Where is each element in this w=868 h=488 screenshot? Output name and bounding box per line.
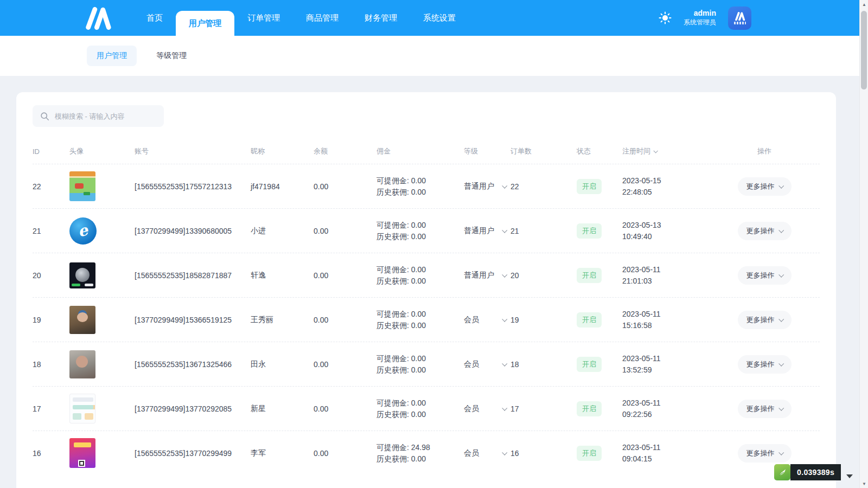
subnav-item[interactable]: 用户管理 xyxy=(87,46,137,66)
table-row: 21 e [13770299499]13390680005 小进 0.00 可提… xyxy=(33,208,820,253)
register-clock: 09:04:15 xyxy=(622,454,652,463)
status-badge: 开启 xyxy=(577,268,602,283)
order-count: 16 xyxy=(510,449,577,458)
debug-trace-badge[interactable]: 0.039389s xyxy=(774,464,853,480)
user-avatar[interactable] xyxy=(728,7,751,30)
commission-available-label: 可提佣金: xyxy=(376,354,409,363)
chevron-down-icon xyxy=(502,406,507,411)
user-nickname: jf471984 xyxy=(251,182,314,191)
col-header-id: ID xyxy=(33,147,69,156)
register-time: 2023-05-15 22:48:05 xyxy=(622,175,709,198)
level-select[interactable]: 会员 xyxy=(464,315,506,325)
register-clock: 13:52:59 xyxy=(622,365,652,374)
user-avatar-image xyxy=(69,350,95,378)
app-logo[interactable] xyxy=(81,5,115,31)
register-date: 2023-05-13 xyxy=(622,221,661,229)
commission-history-label: 历史获佣: xyxy=(376,277,409,285)
user-avatar-image xyxy=(69,262,95,288)
register-time: 2023-05-11 15:16:58 xyxy=(622,309,709,331)
level-select[interactable]: 普通用户 xyxy=(464,182,506,191)
user-balance: 0.00 xyxy=(314,182,376,191)
chevron-down-icon xyxy=(778,183,784,189)
user-commission: 可提佣金: 0.00 历史获佣: 0.00 xyxy=(376,264,431,287)
more-actions-button[interactable]: 更多操作 xyxy=(738,444,792,463)
level-select[interactable]: 普通用户 xyxy=(464,226,506,236)
search-icon xyxy=(40,112,49,121)
order-count: 17 xyxy=(510,404,577,413)
level-select[interactable]: 会员 xyxy=(464,404,506,414)
order-count: 18 xyxy=(510,360,577,369)
main-nav: 首页用户管理订单管理商品管理财务管理系统设置 xyxy=(133,0,469,36)
nav-item[interactable]: 商品管理 xyxy=(293,0,352,36)
theme-sun-icon[interactable] xyxy=(659,11,672,24)
table-row: 22 [15655552535]17557212313 jf471984 0.0… xyxy=(33,164,820,208)
search-input[interactable] xyxy=(55,112,156,120)
user-id: 21 xyxy=(33,227,69,235)
level-select[interactable]: 普通用户 xyxy=(464,271,506,280)
order-count: 21 xyxy=(510,227,577,235)
subnav-item[interactable]: 等级管理 xyxy=(146,46,196,66)
nav-item-label: 首页 xyxy=(146,13,163,23)
chevron-down-icon xyxy=(778,406,784,411)
level-select[interactable]: 会员 xyxy=(464,448,506,458)
user-id: 20 xyxy=(33,271,69,280)
user-nickname: 王秀丽 xyxy=(251,315,314,325)
search-box xyxy=(33,105,164,127)
col-header-orders: 订单数 xyxy=(510,146,577,156)
level-select[interactable]: 会员 xyxy=(464,359,506,369)
user-account: [13770299499]15366519125 xyxy=(135,316,251,324)
thinkphp-icon xyxy=(774,464,790,480)
debug-collapse-icon[interactable] xyxy=(846,474,853,478)
table-row: 17 [13770299499]13770292085 新星 0.00 可提佣金… xyxy=(33,386,820,431)
register-date: 2023-05-11 xyxy=(622,443,661,452)
status-badge: 开启 xyxy=(577,223,602,239)
scroll-up-arrow[interactable]: ▲ xyxy=(860,0,868,9)
nav-item-label: 系统设置 xyxy=(423,13,456,23)
commission-available-label: 可提佣金: xyxy=(376,399,409,407)
nav-item[interactable]: 用户管理 xyxy=(176,11,234,36)
nav-item[interactable]: 订单管理 xyxy=(234,0,293,36)
user-nickname: 小进 xyxy=(251,226,314,236)
user-account: [15655552535]18582871887 xyxy=(135,271,251,280)
commission-available-value: 0.00 xyxy=(411,354,426,363)
nav-item[interactable]: 首页 xyxy=(133,0,176,36)
commission-history-label: 历史获佣: xyxy=(376,365,409,374)
sub-nav: 用户管理等级管理 xyxy=(0,36,868,76)
user-avatar-image xyxy=(69,171,95,201)
scroll-down-arrow[interactable]: ▼ xyxy=(860,479,868,488)
nav-item[interactable]: 财务管理 xyxy=(352,0,410,36)
more-actions-button[interactable]: 更多操作 xyxy=(738,266,792,285)
scrollbar-thumb[interactable] xyxy=(861,11,867,89)
more-actions-label: 更多操作 xyxy=(746,226,775,236)
nav-item-label: 财务管理 xyxy=(365,13,397,23)
more-actions-button[interactable]: 更多操作 xyxy=(738,177,792,196)
user-avatar-image xyxy=(69,438,95,468)
more-actions-button[interactable]: 更多操作 xyxy=(738,311,792,329)
nav-item[interactable]: 系统设置 xyxy=(410,0,469,36)
commission-history-label: 历史获佣: xyxy=(376,321,409,330)
chevron-down-icon xyxy=(778,317,784,322)
table-header-row: ID 头像 账号 昵称 余额 佣金 等级 订单数 状态 注册时间 操作 xyxy=(33,139,820,164)
register-clock: 15:16:58 xyxy=(622,321,652,330)
status-badge: 开启 xyxy=(577,179,602,194)
more-actions-label: 更多操作 xyxy=(746,315,775,325)
commission-history-label: 历史获佣: xyxy=(376,410,409,419)
user-account: [15655552535]17557212313 xyxy=(135,182,251,191)
col-header-regtime[interactable]: 注册时间 xyxy=(622,146,709,156)
window-scrollbar: ▲ ▼ xyxy=(859,0,868,488)
more-actions-button[interactable]: 更多操作 xyxy=(738,222,792,240)
status-badge: 开启 xyxy=(577,446,602,461)
more-actions-label: 更多操作 xyxy=(746,404,775,414)
commission-history-value: 0.00 xyxy=(411,321,426,330)
col-header-action: 操作 xyxy=(709,146,820,156)
user-id: 22 xyxy=(33,182,69,191)
user-id: 19 xyxy=(33,316,69,324)
user-account: [13770299499]13390680005 xyxy=(135,227,251,235)
col-header-commission: 佣金 xyxy=(376,146,464,156)
more-actions-button[interactable]: 更多操作 xyxy=(738,400,792,418)
users-table: ID 头像 账号 昵称 余额 佣金 等级 订单数 状态 注册时间 操作 22 [… xyxy=(33,139,820,475)
col-header-account: 账号 xyxy=(135,146,251,156)
commission-available-value: 0.00 xyxy=(411,310,426,318)
more-actions-button[interactable]: 更多操作 xyxy=(738,355,792,374)
m-logo-icon xyxy=(83,6,113,30)
